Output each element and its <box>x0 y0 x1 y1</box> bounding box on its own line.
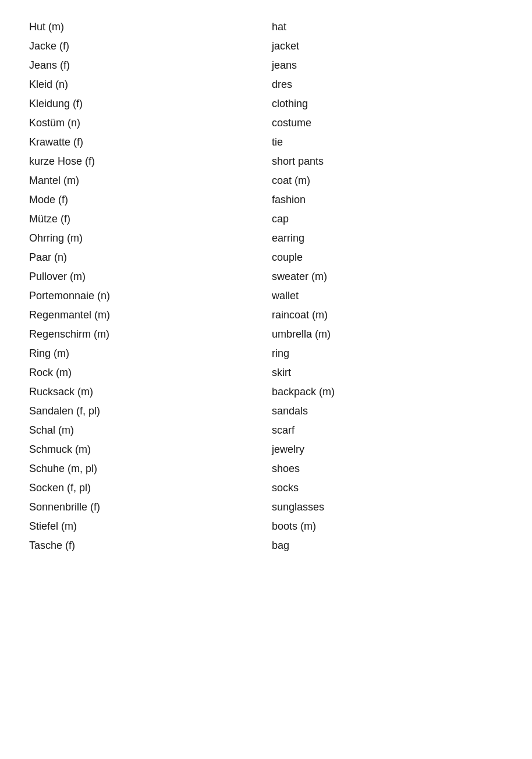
list-item: Sonnenbrille (f)sunglasses <box>29 498 503 517</box>
list-item: Kostüm (n)costume <box>29 114 503 133</box>
german-word: Tasche (f) <box>29 540 266 552</box>
vocab-table: Hut (m)hatJacke (f)jacketJeans (f)jeansK… <box>29 17 503 555</box>
german-word: Schmuck (m) <box>29 444 266 456</box>
german-word: Rucksack (m) <box>29 386 266 398</box>
german-word: Kleid (n) <box>29 79 266 91</box>
english-translation: dres <box>266 79 503 91</box>
german-word: Stiefel (m) <box>29 520 266 533</box>
english-translation: raincoat (m) <box>266 309 503 321</box>
english-translation: jewelry <box>266 444 503 456</box>
list-item: Sandalen (f, pl)sandals <box>29 402 503 421</box>
list-item: Ohrring (m)earring <box>29 229 503 248</box>
german-word: Jacke (f) <box>29 40 266 52</box>
list-item: Tasche (f)bag <box>29 536 503 555</box>
list-item: Schuhe (m, pl)shoes <box>29 459 503 478</box>
english-translation: socks <box>266 482 503 494</box>
list-item: Schal (m)scarf <box>29 421 503 440</box>
german-word: Mütze (f) <box>29 213 266 225</box>
list-item: Kleid (n)dres <box>29 75 503 94</box>
english-translation: sunglasses <box>266 501 503 513</box>
german-word: Portemonnaie (n) <box>29 290 266 302</box>
german-word: Mantel (m) <box>29 175 266 187</box>
english-translation: short pants <box>266 155 503 168</box>
english-translation: cap <box>266 213 503 225</box>
german-word: Sonnenbrille (f) <box>29 501 266 513</box>
english-translation: sweater (m) <box>266 271 503 283</box>
english-translation: clothing <box>266 98 503 110</box>
german-word: Regenschirm (m) <box>29 328 266 341</box>
english-translation: shoes <box>266 463 503 475</box>
german-word: Hut (m) <box>29 21 266 33</box>
german-word: kurze Hose (f) <box>29 155 266 168</box>
list-item: kurze Hose (f)short pants <box>29 152 503 171</box>
english-translation: sandals <box>266 405 503 417</box>
list-item: Regenmantel (m)raincoat (m) <box>29 306 503 325</box>
english-translation: ring <box>266 347 503 360</box>
list-item: Paar (n)couple <box>29 248 503 267</box>
english-translation: boots (m) <box>266 520 503 533</box>
german-word: Kleidung (f) <box>29 98 266 110</box>
list-item: Jeans (f)jeans <box>29 56 503 75</box>
german-word: Jeans (f) <box>29 59 266 72</box>
german-word: Kostüm (n) <box>29 117 266 129</box>
list-item: Schmuck (m)jewelry <box>29 440 503 459</box>
list-item: Rock (m)skirt <box>29 363 503 382</box>
english-translation: bag <box>266 540 503 552</box>
list-item: Mode (f)fashion <box>29 190 503 210</box>
list-item: Regenschirm (m)umbrella (m) <box>29 325 503 344</box>
english-translation: scarf <box>266 424 503 437</box>
english-translation: costume <box>266 117 503 129</box>
german-word: Schal (m) <box>29 424 266 437</box>
english-translation: backpack (m) <box>266 386 503 398</box>
english-translation: hat <box>266 21 503 33</box>
list-item: Portemonnaie (n)wallet <box>29 286 503 306</box>
list-item: Rucksack (m)backpack (m) <box>29 382 503 402</box>
german-word: Schuhe (m, pl) <box>29 463 266 475</box>
list-item: Pullover (m)sweater (m) <box>29 267 503 286</box>
english-translation: coat (m) <box>266 175 503 187</box>
list-item: Ring (m)ring <box>29 344 503 363</box>
english-translation: umbrella (m) <box>266 328 503 341</box>
german-word: Pullover (m) <box>29 271 266 283</box>
german-word: Paar (n) <box>29 251 266 264</box>
german-word: Socken (f, pl) <box>29 482 266 494</box>
list-item: Jacke (f)jacket <box>29 37 503 56</box>
english-translation: fashion <box>266 194 503 206</box>
english-translation: skirt <box>266 367 503 379</box>
list-item: Mütze (f)cap <box>29 210 503 229</box>
list-item: Mantel (m)coat (m) <box>29 171 503 190</box>
german-word: Krawatte (f) <box>29 136 266 148</box>
german-word: Mode (f) <box>29 194 266 206</box>
list-item: Kleidung (f)clothing <box>29 94 503 114</box>
english-translation: tie <box>266 136 503 148</box>
list-item: Krawatte (f)tie <box>29 133 503 152</box>
list-item: Socken (f, pl)socks <box>29 478 503 498</box>
english-translation: couple <box>266 251 503 264</box>
german-word: Ohrring (m) <box>29 232 266 244</box>
english-translation: jeans <box>266 59 503 72</box>
list-item: Stiefel (m)boots (m) <box>29 517 503 536</box>
german-word: Rock (m) <box>29 367 266 379</box>
english-translation: earring <box>266 232 503 244</box>
english-translation: jacket <box>266 40 503 52</box>
german-word: Sandalen (f, pl) <box>29 405 266 417</box>
english-translation: wallet <box>266 290 503 302</box>
list-item: Hut (m)hat <box>29 17 503 37</box>
german-word: Regenmantel (m) <box>29 309 266 321</box>
german-word: Ring (m) <box>29 347 266 360</box>
